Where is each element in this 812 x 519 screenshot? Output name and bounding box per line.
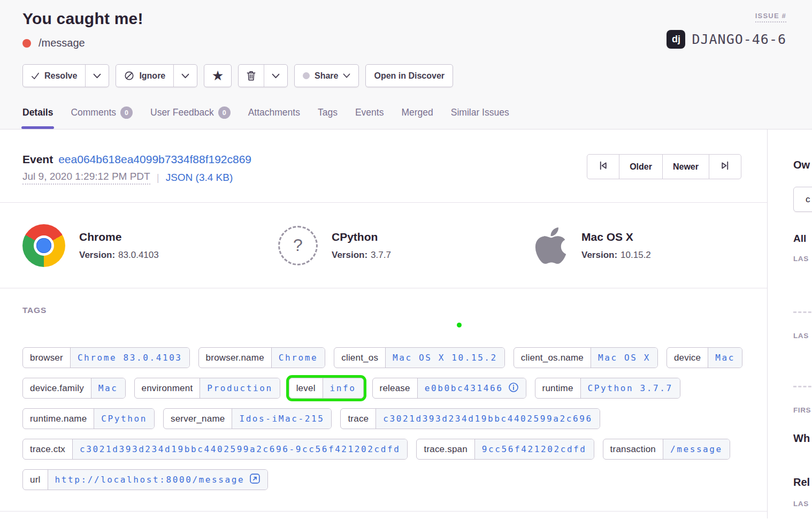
tab-merged[interactable]: Merged [401, 106, 433, 129]
stat-label: LAS [793, 255, 809, 263]
tag-pill-trace[interactable]: tracec3021d393d234d19bbc4402599a2c696 [340, 408, 600, 429]
culprit-path: /message [39, 37, 85, 49]
error-level-dot [22, 39, 31, 48]
release-heading: Rel [793, 476, 810, 489]
stat-label: FIRS [793, 406, 811, 414]
chrome-icon [22, 224, 65, 267]
version-label: Version: [332, 250, 367, 260]
tag-pill-browser-name[interactable]: browser.nameChrome [198, 347, 326, 368]
tag-pill-browser[interactable]: browserChrome 83.0.4103 [22, 347, 190, 368]
tab-details[interactable]: Details [22, 106, 53, 129]
issue-sidebar-clipped: Ow c All LAS LAS FIRS Wh Rel LAS [768, 129, 812, 518]
ignore-icon [124, 71, 134, 81]
ignore-label: Ignore [139, 71, 165, 81]
when-heading: Wh [793, 432, 810, 445]
tag-pill-device[interactable]: deviceMac [667, 347, 742, 368]
tag-pill-trace-span[interactable]: trace.span9cc56f421202cdfd [416, 439, 594, 460]
skip-to-first-icon [597, 160, 609, 173]
tab-attachments[interactable]: Attachments [248, 106, 300, 129]
tags-heading: TAGS [22, 306, 745, 315]
user-feedback-count-badge: 0 [218, 106, 231, 119]
tab-label: Details [22, 107, 53, 118]
external-link-icon[interactable] [249, 473, 261, 486]
chevron-down-icon [93, 73, 101, 79]
share-label: Share [315, 71, 338, 81]
tag-pill-trace-ctx[interactable]: trace.ctxc3021d393d234d19bbc4402599a2c69… [22, 439, 408, 460]
tab-label: Similar Issues [451, 107, 509, 118]
resolve-dropdown-button[interactable] [85, 65, 109, 87]
context-os: Mac OS X Version:10.15.2 [511, 225, 767, 266]
tab-events[interactable]: Events [355, 106, 384, 129]
stat-label: LAS [793, 500, 809, 508]
tab-label: Merged [401, 107, 433, 118]
tag-pill-release[interactable]: releasee0b0bc431466 [372, 378, 526, 399]
share-status-dot [303, 72, 310, 79]
sidebar-input-clipped[interactable]: c [793, 187, 812, 212]
issue-actions: Resolve Ignore ★ [22, 64, 786, 87]
issue-number-label: ISSUE # [755, 12, 786, 22]
delete-dropdown-button[interactable] [264, 65, 287, 87]
bookmark-star-button[interactable]: ★ [204, 65, 231, 87]
info-icon[interactable] [508, 382, 519, 395]
event-pagination: Older Newer [587, 154, 741, 179]
tag-pill-url[interactable]: urlhttp://localhost:8000/message [22, 469, 268, 490]
delete-button[interactable] [239, 65, 264, 87]
ignore-dropdown-button[interactable] [173, 65, 197, 87]
share-button[interactable]: Share [295, 65, 358, 87]
event-details-panel: Eventeea064b618ea4099b7334f88f192c869 Ju… [0, 129, 768, 518]
page-title: You caught me! [22, 10, 143, 28]
checkmark-icon [31, 72, 40, 80]
tab-comments[interactable]: Comments0 [71, 106, 133, 129]
tag-pill-level-highlighted[interactable]: levelinfo [289, 378, 364, 399]
version-label: Version: [581, 250, 617, 260]
tag-pill-environment[interactable]: environmentProduction [134, 378, 280, 399]
issue-short-id: DJANGO-46-6 [692, 32, 786, 47]
stat-label: LAS [793, 332, 809, 340]
issue-tabs: Details Comments0 User Feedback0 Attachm… [22, 106, 786, 129]
tag-pill-device-family[interactable]: device.familyMac [22, 378, 126, 399]
tag-pill-server-name[interactable]: server_nameIdos-iMac-215 [163, 408, 332, 429]
context-name: CPython [332, 231, 391, 243]
tab-label: User Feedback [150, 107, 214, 118]
latest-event-button[interactable] [709, 154, 741, 179]
tag-pill-runtime[interactable]: runtimeCPython 3.7.7 [535, 378, 680, 399]
tab-label: Comments [71, 107, 116, 118]
tab-user-feedback[interactable]: User Feedback0 [150, 106, 231, 129]
context-runtime: ? CPython Version:3.7.7 [256, 226, 511, 265]
sparkline-placeholder [793, 311, 812, 313]
ignore-button[interactable]: Ignore [116, 65, 173, 87]
oldest-event-button[interactable] [587, 154, 619, 179]
tags-section: TAGS browserChrome 83.0.4103 browser.nam… [0, 288, 767, 512]
context-name: Mac OS X [581, 231, 651, 243]
star-icon: ★ [212, 70, 223, 82]
tag-pill-runtime-name[interactable]: runtime.nameCPython [22, 408, 155, 429]
tab-label: Attachments [248, 107, 300, 118]
owners-heading: Ow [793, 159, 810, 171]
django-project-icon: dj [667, 30, 685, 49]
event-timestamp: Jul 9, 2020 1:29:12 PM PDT [22, 171, 150, 185]
version-value: 10.15.2 [621, 250, 651, 260]
tab-similar-issues[interactable]: Similar Issues [451, 106, 509, 129]
tab-tags[interactable]: Tags [318, 106, 338, 129]
older-event-button[interactable]: Older [619, 154, 663, 179]
open-in-discover-label: Open in Discover [374, 71, 445, 81]
event-id-link[interactable]: eea064b618ea4099b7334f88f192c869 [58, 153, 251, 165]
skip-to-last-icon [719, 160, 731, 173]
version-value: 3.7.7 [371, 250, 391, 260]
event-contexts: Chrome Version:83.0.4103 ? CPython Versi… [0, 203, 767, 288]
open-in-discover-button[interactable]: Open in Discover [366, 65, 453, 87]
tag-list: browserChrome 83.0.4103 browser.nameChro… [22, 347, 745, 490]
event-json-link[interactable]: JSON (3.4 KB) [166, 172, 233, 184]
cursor-position-dot [457, 323, 462, 327]
sparkline-placeholder [793, 386, 812, 387]
issue-header: You caught me! /message ISSUE # dj DJANG… [0, 0, 812, 129]
tag-pill-client-os-name[interactable]: client_os.nameMac OS X [514, 347, 658, 368]
newer-event-button[interactable]: Newer [662, 154, 709, 179]
unknown-runtime-icon: ? [278, 226, 318, 265]
resolve-button[interactable]: Resolve [23, 65, 85, 87]
separator: | [157, 172, 159, 184]
tag-pill-client-os[interactable]: client_osMac OS X 10.15.2 [334, 347, 505, 368]
apple-icon [534, 225, 568, 266]
tag-pill-transaction[interactable]: transaction/message [603, 439, 730, 460]
event-label: Event [22, 153, 53, 165]
